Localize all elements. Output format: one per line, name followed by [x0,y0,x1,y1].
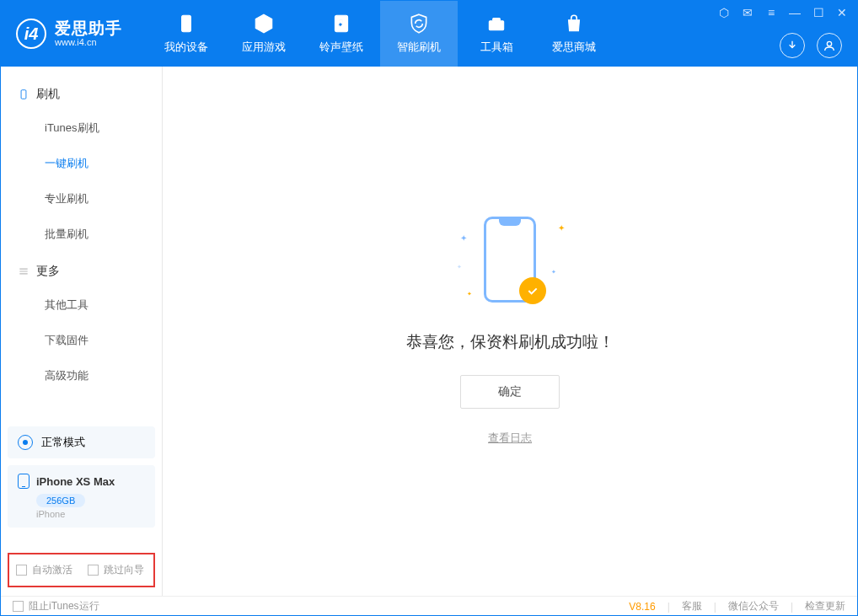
sidebar-item-oneclick-flash[interactable]: 一键刷机 [1,146,162,181]
device-mode-panel[interactable]: 正常模式 [8,426,155,458]
feedback-icon[interactable]: ✉ [741,6,754,19]
tab-label: 铃声壁纸 [319,40,363,55]
phone-icon [18,88,29,100]
options-highlight-box: 自动激活 跳过向导 [8,553,155,587]
svg-rect-3 [493,19,501,21]
sidebar-item-other-tools[interactable]: 其他工具 [1,287,162,323]
download-button[interactable] [780,33,805,58]
menu-icon[interactable]: ≡ [764,6,778,19]
app-subtitle: www.i4.cn [55,37,122,47]
device-name: iPhone XS Max [36,475,115,488]
shield-refresh-icon [408,13,430,35]
list-icon [18,265,29,277]
nav-tabs: 我的设备 应用游戏 铃声壁纸 智能刷机 工具箱 爱思商城 [147,1,613,67]
device-type: iPhone [36,509,145,519]
device-mode-label: 正常模式 [41,435,85,450]
checkbox-icon [16,565,27,576]
mode-icon [18,435,33,450]
main-content: ✦ ✦ ✦ ✦ ✦ 恭喜您，保资料刷机成功啦！ 确定 查看日志 [163,67,857,596]
svg-rect-0 [182,15,191,32]
success-message: 恭喜您，保资料刷机成功啦！ [406,331,614,353]
checkbox-auto-activate[interactable]: 自动激活 [16,563,72,577]
wechat-link[interactable]: 微信公众号 [728,599,779,613]
tab-my-device[interactable]: 我的设备 [147,1,225,67]
success-check-icon [519,277,546,304]
success-illustration: ✦ ✦ ✦ ✦ ✦ [455,217,565,309]
tab-flash[interactable]: 智能刷机 [380,1,458,67]
window-controls: ⬡ ✉ ≡ — ☐ ✕ [717,6,849,19]
status-bar: 阻止iTunes运行 V8.16 | 客服 | 微信公众号 | 检查更新 [1,596,857,616]
ok-button[interactable]: 确定 [460,375,560,409]
svg-point-4 [827,41,831,46]
storage-badge: 256GB [36,494,85,507]
logo-icon: i4 [16,19,46,49]
tab-label: 爱思商城 [552,40,596,55]
checkbox-skip-guide[interactable]: 跳过向导 [88,563,144,577]
close-button[interactable]: ✕ [835,6,849,19]
logo-area: i4 爱思助手 www.i4.cn [1,19,137,49]
app-title: 爱思助手 [55,20,122,38]
sidebar-item-batch-flash[interactable]: 批量刷机 [1,217,162,252]
music-file-icon [330,13,352,35]
tab-label: 智能刷机 [397,40,441,55]
checkbox-icon [88,565,99,576]
tab-store[interactable]: 爱思商城 [535,1,613,67]
tab-toolbox[interactable]: 工具箱 [458,1,535,67]
cube-icon [253,13,275,35]
checkbox-icon [13,601,24,612]
checkbox-block-itunes[interactable]: 阻止iTunes运行 [13,599,99,613]
tab-ringtones[interactable]: 铃声壁纸 [303,1,380,67]
skin-icon[interactable]: ⬡ [717,6,731,19]
user-button[interactable] [817,33,842,58]
sidebar-group-more: 更多 [1,252,162,287]
toolbox-icon [485,13,507,35]
header-actions [780,33,842,58]
sidebar-item-itunes-flash[interactable]: iTunes刷机 [1,110,162,146]
phone-icon [18,474,29,489]
minimize-button[interactable]: — [788,6,802,19]
tab-apps[interactable]: 应用游戏 [225,1,303,67]
sidebar-item-advanced[interactable]: 高级功能 [1,358,162,394]
svg-rect-2 [489,21,503,30]
device-icon [175,13,197,35]
maximize-button[interactable]: ☐ [812,6,825,19]
app-header: i4 爱思助手 www.i4.cn 我的设备 应用游戏 铃声壁纸 智能刷机 工具… [1,1,857,67]
sidebar-group-flash: 刷机 [1,75,162,110]
tab-label: 应用游戏 [242,40,286,55]
device-card[interactable]: iPhone XS Max 256GB iPhone [8,465,155,528]
bag-icon [563,13,585,35]
sidebar: 刷机 iTunes刷机 一键刷机 专业刷机 批量刷机 更多 其他工具 下载固件 … [1,67,163,596]
check-update-link[interactable]: 检查更新 [805,599,845,613]
view-log-link[interactable]: 查看日志 [488,431,532,446]
sidebar-item-pro-flash[interactable]: 专业刷机 [1,181,162,217]
svg-rect-5 [21,90,26,99]
tab-label: 工具箱 [480,40,513,55]
version-label: V8.16 [629,601,655,613]
tab-label: 我的设备 [164,40,208,55]
support-link[interactable]: 客服 [682,599,702,613]
sidebar-item-download-fw[interactable]: 下载固件 [1,323,162,358]
